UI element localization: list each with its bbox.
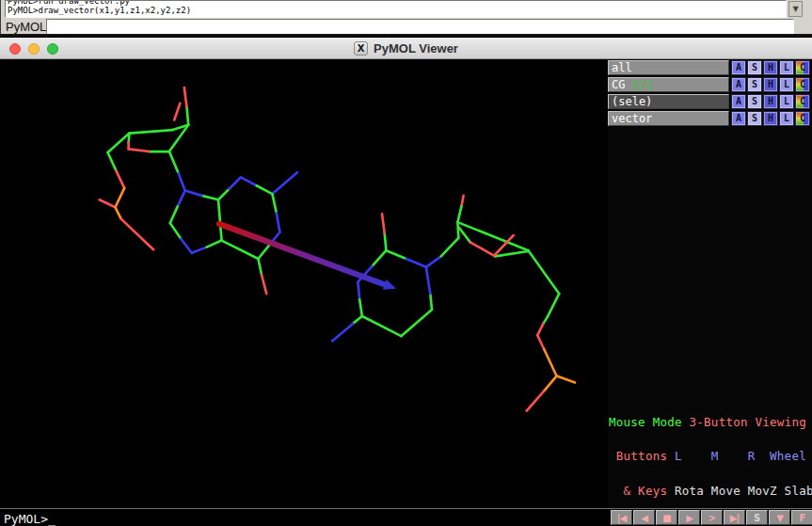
bond-n [179,173,185,191]
action-button[interactable]: A [731,60,746,75]
label-button[interactable]: L [779,77,794,92]
object-name[interactable]: (sele) [608,94,729,109]
bond-c [362,316,402,336]
hide-button[interactable]: H [763,77,778,92]
fullscreen-button[interactable]: F [791,510,812,525]
bond-c [372,250,386,266]
window-titlebar: X PyMOL Viewer [0,38,812,59]
object-row-sele[interactable]: (sele) A S H L C [608,94,812,110]
object-name[interactable]: all [608,60,729,75]
object-row-all[interactable]: all A S H L C [608,60,812,76]
hide-button[interactable]: H [763,94,778,109]
bond-c [258,246,268,259]
bond-p [115,207,120,218]
control-panel: all A S H L C CG 1/1 A S H L C (sele) A [608,59,812,508]
color-button[interactable]: C [795,60,810,75]
play-button[interactable]: ▶ [678,510,700,525]
bond-c [170,223,181,239]
bond-c [130,130,173,134]
label-button[interactable]: L [779,94,794,109]
color-button[interactable]: C [795,94,810,109]
state-count: 1/1 [632,78,653,91]
bond-c [201,196,218,199]
action-button[interactable]: A [731,111,746,126]
bond-c [353,316,362,324]
object-row-vector[interactable]: vector A S H L C [608,111,812,127]
bond-o [527,391,545,410]
bond-o [121,219,153,250]
command-console: PyMOL>run draw_vector.py PyMOL>draw_vect… [0,0,812,36]
action-button[interactable]: A [731,94,746,109]
gl-viewport[interactable] [0,59,608,508]
bond-c [207,241,222,247]
label-button[interactable]: L [779,60,794,75]
bond-o [116,170,124,188]
bond-o [537,324,543,335]
fast-forward-end-button[interactable]: ▶| [724,510,745,525]
show-button[interactable]: S [747,94,762,109]
bond-c [529,250,560,294]
bond-c [186,106,188,124]
bond-c [548,294,559,317]
bond-c [495,251,528,256]
show-button[interactable]: S [747,111,762,126]
molecule-structure [0,59,608,508]
bond-c [401,310,432,336]
bond-n [230,177,241,188]
hide-button[interactable]: H [763,111,778,126]
step-forward-button[interactable]: > [701,510,723,525]
bond-o [470,242,496,256]
vector-shaft [219,224,385,284]
bond-c [222,241,259,259]
rewind-start-button[interactable]: |◀ [611,510,632,525]
bond-o [174,104,180,120]
bond-c [257,185,273,194]
hide-button[interactable]: H [763,60,778,75]
bond-n [426,256,441,266]
stop-button[interactable]: ■ [656,510,677,525]
action-button[interactable]: A [731,77,746,92]
mouse-panel-line: Mouse Mode 3-Button Viewing [609,417,812,428]
bond-c [169,151,179,173]
step-back-button[interactable]: ◀ [633,510,655,525]
movie-controls: |◀ ◀ ■ ▶ > ▶| S ▼ F [611,510,812,525]
pymol-viewer-window: PyMOL>run draw_vector.py PyMOL>draw_vect… [0,0,812,526]
color-button[interactable]: C [795,111,810,126]
scroll-down-button[interactable]: ▼ [788,1,803,17]
bond-p [557,376,575,383]
bond-c [258,259,262,275]
show-button[interactable]: S [747,77,762,92]
object-buttons: A S H L C [731,77,810,92]
bond-c [457,222,528,250]
show-button[interactable]: S [747,60,762,75]
bond-c [170,206,178,223]
bond-o [184,88,187,106]
bond-n [241,177,257,185]
bond-c [441,238,459,256]
bond-n [332,324,353,342]
bond-n [406,259,426,267]
object-buttons: A S H L C [731,60,810,75]
bond-n [358,282,359,300]
bond-n [272,172,297,194]
vector-arrowhead [383,279,396,290]
object-name[interactable]: vector [608,111,729,126]
bond-c [359,299,362,316]
bond-n [277,213,280,231]
label-button[interactable]: L [779,111,794,126]
bond-c [430,294,432,310]
color-button[interactable]: C [795,77,810,92]
bond-c [218,189,229,199]
command-input[interactable] [46,19,794,34]
bond-n [192,247,207,253]
object-name[interactable]: CG 1/1 [608,77,729,92]
scene-button[interactable]: S [746,510,768,525]
mouse-mode-panel: Mouse Mode 3-Button Viewing Buttons L M … [609,394,812,526]
mouse-panel-line: Buttons L M R Wheel [609,451,812,462]
object-buttons: A S H L C [731,94,810,109]
bond-n [185,191,202,196]
menu-toggle-button[interactable]: ▼ [769,510,790,525]
bond-p [544,376,556,391]
object-row-cg[interactable]: CG 1/1 A S H L C [608,77,812,93]
console-output-area[interactable]: PyMOL>run draw_vector.py PyMOL>draw_vect… [5,0,787,18]
